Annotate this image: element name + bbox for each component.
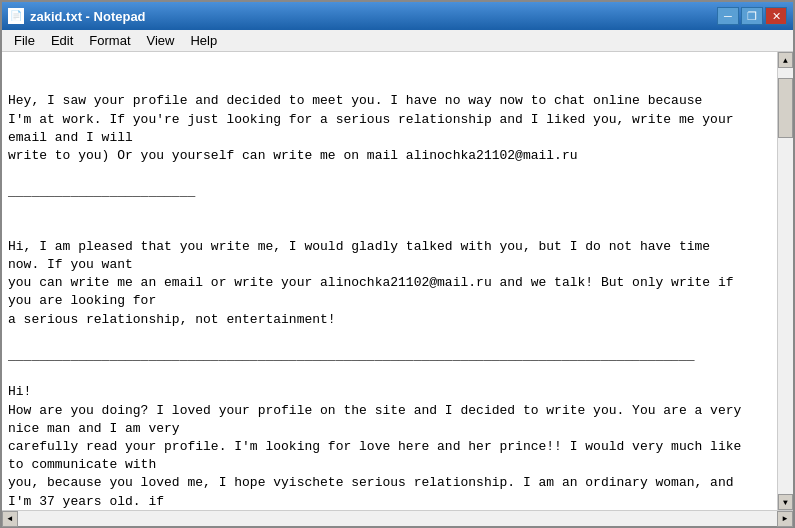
scrollbar-thumb[interactable] <box>778 78 793 138</box>
title-bar: 📄 zakid.txt - Notepad ─ ❐ ✕ <box>2 2 793 30</box>
scroll-left-button[interactable]: ◄ <box>2 511 18 527</box>
scroll-up-button[interactable]: ▲ <box>778 52 793 68</box>
title-bar-buttons: ─ ❐ ✕ <box>717 7 787 25</box>
scroll-down-button[interactable]: ▼ <box>778 494 793 510</box>
menu-file[interactable]: File <box>6 31 43 50</box>
main-window: 📄 zakid.txt - Notepad ─ ❐ ✕ File Edit Fo… <box>0 0 795 528</box>
editor-container: ▲ ▼ <box>2 52 793 510</box>
menu-format[interactable]: Format <box>81 31 138 50</box>
menu-edit[interactable]: Edit <box>43 31 81 50</box>
restore-button[interactable]: ❐ <box>741 7 763 25</box>
scroll-right-button[interactable]: ► <box>777 511 793 527</box>
minimize-button[interactable]: ─ <box>717 7 739 25</box>
text-editor[interactable] <box>2 52 777 510</box>
menu-help[interactable]: Help <box>182 31 225 50</box>
scrollbar-thumb-area <box>778 68 793 494</box>
vertical-scrollbar[interactable]: ▲ ▼ <box>777 52 793 510</box>
menu-view[interactable]: View <box>139 31 183 50</box>
horizontal-scrollbar[interactable]: ◄ ► <box>2 510 793 526</box>
h-scroll-track <box>18 511 777 526</box>
app-icon: 📄 <box>8 8 24 24</box>
title-bar-left: 📄 zakid.txt - Notepad <box>8 8 146 24</box>
menu-bar: File Edit Format View Help <box>2 30 793 52</box>
close-button[interactable]: ✕ <box>765 7 787 25</box>
window-title: zakid.txt - Notepad <box>30 9 146 24</box>
